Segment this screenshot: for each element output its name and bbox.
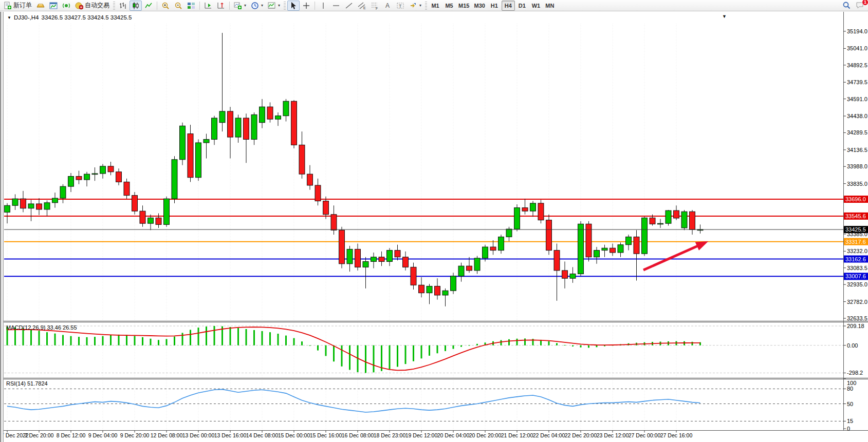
- chart-symbol-period: DJ30-,H4: [14, 14, 39, 21]
- time-tick-label: 20 Dec 04:00: [437, 432, 470, 438]
- macd-histogram-bar: [397, 345, 398, 367]
- macd-histogram-bar: [317, 345, 319, 351]
- new-order-button[interactable]: 新订单: [2, 1, 34, 11]
- price-tick-label: 32782.0: [847, 299, 867, 305]
- gold-button[interactable]: [34, 1, 47, 11]
- macd-tick-label: -298.2: [847, 370, 863, 376]
- macd-histogram-bar: [365, 345, 366, 373]
- macd-histogram-bar: [588, 345, 589, 348]
- auto-trading-button[interactable]: 自动交易: [73, 1, 112, 11]
- macd-histogram-bar: [126, 335, 127, 345]
- timeframe-m5[interactable]: M5: [442, 1, 456, 11]
- timeframe-mn[interactable]: MN: [543, 1, 557, 11]
- price-tick-label: 33232.0: [847, 248, 867, 254]
- candle-body: [299, 145, 305, 174]
- candle-body: [12, 199, 18, 205]
- window-splitter[interactable]: [0, 12, 4, 442]
- search-button[interactable]: [840, 1, 853, 11]
- candle-body: [260, 107, 265, 123]
- candlestick-chart-button[interactable]: [130, 1, 142, 11]
- macd-histogram-bar: [293, 338, 295, 345]
- add-indicator-button[interactable]: ▾: [232, 1, 248, 11]
- candle-body: [251, 114, 257, 139]
- candle-body: [188, 134, 193, 178]
- price-tick-label: 35041.0: [847, 45, 867, 51]
- time-tick-label: 27 Dec 00:00: [629, 432, 661, 438]
- candle-body: [458, 266, 464, 276]
- macd-histogram-bar: [23, 328, 24, 345]
- macd-histogram-bar: [118, 335, 120, 345]
- time-tick-label: 23 Dec 12:00: [597, 432, 629, 438]
- chart-shift-icon: [217, 2, 225, 10]
- macd-histogram-bar: [102, 336, 104, 345]
- timeframe-m1[interactable]: M1: [429, 1, 442, 11]
- macd-tick-label: 0.00: [847, 342, 858, 349]
- signals-button[interactable]: [60, 1, 72, 11]
- text-button[interactable]: A: [381, 1, 394, 11]
- cursor-button[interactable]: [287, 1, 300, 11]
- chart-shift-button[interactable]: [215, 1, 227, 11]
- macd-histogram-bar: [476, 344, 478, 345]
- candle-body: [275, 116, 281, 120]
- templates-button[interactable]: ▾: [266, 1, 282, 11]
- charts-button[interactable]: [47, 1, 60, 11]
- macd-histogram-bar: [453, 345, 454, 349]
- candle-body: [291, 101, 297, 145]
- price-tick-label: 35194.0: [847, 28, 867, 34]
- candle-body: [116, 172, 122, 182]
- macd-histogram-bar: [405, 345, 407, 364]
- timeframe-w1[interactable]: W1: [529, 1, 543, 11]
- time-tick-label: 12 Dec 08:00: [151, 432, 183, 438]
- arrows-button[interactable]: ▾: [407, 1, 423, 11]
- timeframe-m30[interactable]: M30: [472, 1, 487, 11]
- time-tick-label: 13 Dec 16:00: [214, 432, 247, 438]
- bar-chart-button[interactable]: [117, 1, 129, 11]
- toolbar-separator: [315, 2, 315, 10]
- candle-body: [467, 266, 472, 271]
- chart-menu-icon[interactable]: ▼: [722, 14, 727, 19]
- crosshair-button[interactable]: [300, 1, 312, 11]
- zoom-in-icon: [161, 2, 170, 10]
- horizontal-line-button[interactable]: [330, 1, 342, 11]
- candle-body: [164, 199, 170, 224]
- candle-body: [196, 143, 201, 178]
- auto-scroll-button[interactable]: [202, 1, 214, 11]
- timeframe-d1[interactable]: D1: [515, 1, 529, 11]
- candle-body: [156, 218, 161, 224]
- macd-histogram-bar: [110, 335, 112, 345]
- line-chart-button[interactable]: [142, 1, 155, 11]
- macd-histogram-bar: [437, 345, 438, 353]
- macd-histogram-bar: [158, 340, 159, 345]
- timeframe-h4[interactable]: H4: [502, 1, 515, 11]
- text-label-button[interactable]: T: [394, 1, 407, 11]
- chart-canvas[interactable]: 35194.035041.034892.534739.534591.034438…: [0, 12, 868, 442]
- price-tick-label: 32935.0: [847, 281, 867, 287]
- zoom-out-button[interactable]: [172, 1, 184, 11]
- macd-histogram-bar: [30, 330, 32, 345]
- time-tick-label: 16 Dec 08:00: [342, 432, 374, 438]
- chart-ohlc-values: 33426.5 33427.5 33424.5 33425.5: [42, 14, 132, 21]
- macd-histogram-bar: [46, 332, 48, 345]
- timeframe-m15[interactable]: M15: [456, 1, 471, 11]
- equidistant-channel-button[interactable]: E: [356, 1, 368, 11]
- line-chart-icon: [144, 2, 153, 10]
- timeframe-h1[interactable]: H1: [488, 1, 501, 11]
- candle-body: [626, 237, 632, 244]
- periods-button[interactable]: ▾: [249, 1, 265, 11]
- tile-windows-button[interactable]: [185, 1, 197, 11]
- macd-histogram-bar: [86, 337, 88, 345]
- candle-body: [427, 286, 432, 293]
- rsi-tick-label: 15: [847, 418, 853, 424]
- chart-dropdown-icon[interactable]: ▼: [7, 15, 11, 20]
- candle-body: [92, 174, 98, 175]
- notifications-button[interactable]: 1: [854, 1, 866, 11]
- vertical-line-button[interactable]: [317, 1, 329, 11]
- zoom-in-button[interactable]: [159, 1, 172, 11]
- candle-body: [681, 212, 687, 228]
- rsi-tick-label: 80: [847, 386, 853, 392]
- price-tick-label: 34136.5: [847, 147, 867, 153]
- trend-line-button[interactable]: [343, 1, 355, 11]
- macd-histogram-bar: [214, 326, 215, 345]
- fibonacci-button[interactable]: F: [368, 1, 381, 11]
- macd-histogram-bar: [78, 337, 80, 345]
